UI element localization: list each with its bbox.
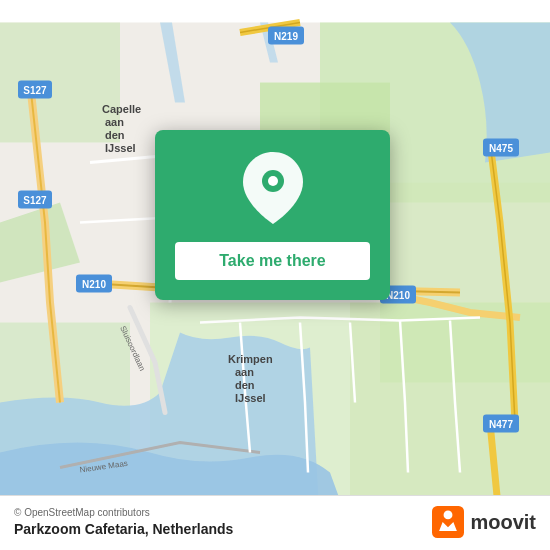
overlay-card[interactable]: Take me there bbox=[155, 130, 390, 300]
svg-text:den: den bbox=[235, 379, 255, 391]
moovit-icon bbox=[432, 506, 464, 538]
svg-rect-1 bbox=[0, 23, 120, 143]
svg-text:S127: S127 bbox=[23, 195, 47, 206]
moovit-text: moovit bbox=[470, 511, 536, 534]
take-me-there-button[interactable]: Take me there bbox=[175, 242, 370, 280]
svg-text:Krimpen: Krimpen bbox=[228, 353, 273, 365]
svg-text:IJssel: IJssel bbox=[105, 142, 136, 154]
moovit-logo: moovit bbox=[432, 506, 536, 538]
svg-text:N219: N219 bbox=[274, 31, 298, 42]
svg-point-34 bbox=[268, 176, 278, 186]
svg-text:N477: N477 bbox=[489, 419, 513, 430]
svg-text:aan: aan bbox=[235, 366, 254, 378]
place-name: Parkzoom Cafetaria, Netherlands bbox=[14, 521, 233, 537]
svg-text:IJssel: IJssel bbox=[235, 392, 266, 404]
svg-text:N475: N475 bbox=[489, 143, 513, 154]
location-pin-icon bbox=[243, 152, 303, 228]
copyright-text: © OpenStreetMap contributors bbox=[14, 507, 233, 518]
svg-text:S127: S127 bbox=[23, 85, 47, 96]
bottom-left-info: © OpenStreetMap contributors Parkzoom Ca… bbox=[14, 507, 233, 537]
svg-text:N210: N210 bbox=[82, 279, 106, 290]
svg-text:den: den bbox=[105, 129, 125, 141]
svg-text:Capelle: Capelle bbox=[102, 103, 141, 115]
svg-point-36 bbox=[444, 510, 453, 519]
map-container: S127 S127 N219 N210 N210 N475 N477 Capel… bbox=[0, 0, 550, 550]
svg-text:aan: aan bbox=[105, 116, 124, 128]
bottom-bar: © OpenStreetMap contributors Parkzoom Ca… bbox=[0, 495, 550, 550]
